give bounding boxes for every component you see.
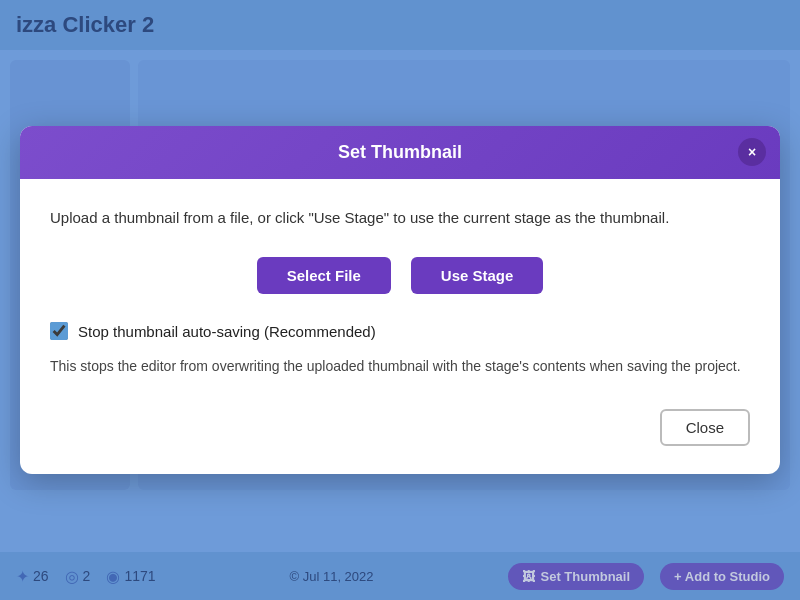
select-file-button[interactable]: Select File — [257, 257, 391, 294]
use-stage-button[interactable]: Use Stage — [411, 257, 544, 294]
modal-overlay: Set Thumbnail × Upload a thumbnail from … — [0, 0, 800, 600]
modal-title: Set Thumbnail — [338, 142, 462, 163]
modal-close-button[interactable]: × — [738, 138, 766, 166]
modal-header: Set Thumbnail × — [20, 126, 780, 179]
modal-note: This stops the editor from overwriting t… — [50, 356, 750, 377]
set-thumbnail-modal: Set Thumbnail × Upload a thumbnail from … — [20, 126, 780, 475]
modal-footer: Close — [50, 405, 750, 446]
modal-action-buttons: Select File Use Stage — [50, 257, 750, 294]
modal-close-footer-button[interactable]: Close — [660, 409, 750, 446]
auto-save-checkbox-row: Stop thumbnail auto-saving (Recommended) — [50, 322, 750, 340]
auto-save-checkbox[interactable] — [50, 322, 68, 340]
modal-description: Upload a thumbnail from a file, or click… — [50, 207, 750, 230]
auto-save-label: Stop thumbnail auto-saving (Recommended) — [78, 323, 376, 340]
modal-body: Upload a thumbnail from a file, or click… — [20, 179, 780, 475]
